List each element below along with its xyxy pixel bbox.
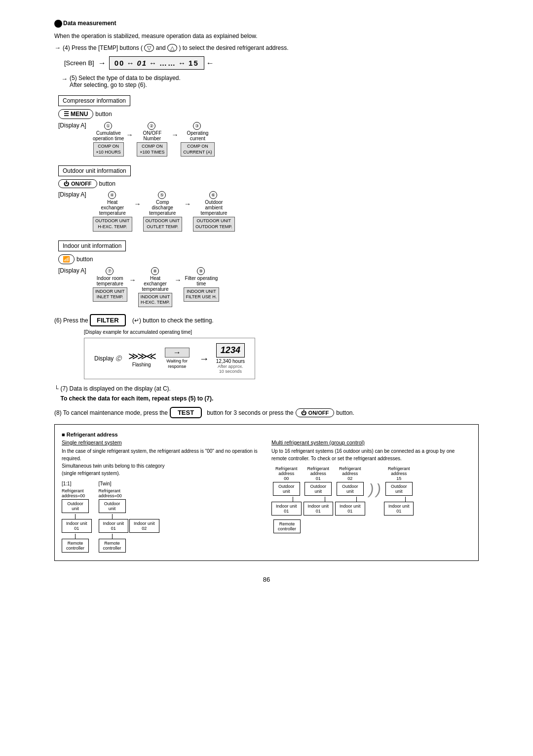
on-off-button[interactable]: ⏻ ON/OFF	[58, 179, 97, 188]
conn-02	[356, 497, 357, 502]
onoff-label-step8: ON/OFF	[308, 410, 329, 416]
indoor-display-row: [Display A] ⑦ Indoor roomtemperature IND…	[58, 267, 479, 307]
outdoor-button-text: button	[99, 180, 115, 187]
sys-twin-label: [Twin]	[99, 481, 112, 486]
step4-arrow: →	[54, 44, 61, 51]
bullet-icon	[54, 20, 62, 28]
multi-sys-15: Refrigerantaddress15 Outdoorunit Indoor …	[384, 466, 414, 517]
outdoor-00: Outdoorunit	[273, 482, 300, 496]
multi-systems: Refrigerantaddress00 Outdoorunit Indoor …	[271, 466, 471, 517]
indoor-unit-11: Indoor unit01	[62, 519, 92, 533]
filter-button[interactable]: FILTER	[90, 314, 126, 326]
comp-flow-items: ① Cumulativeoperation time COMP ON×10 HO…	[93, 122, 215, 157]
systems-row: [1:1] Refrigerantaddress=00 Outdoorunit …	[62, 481, 262, 554]
conn-15	[405, 497, 406, 502]
onoff-button-step8[interactable]: ⏻ ON/OFF	[296, 408, 335, 417]
test-button[interactable]: TEST	[170, 407, 202, 418]
addr-15: Refrigerantaddress15	[388, 466, 410, 481]
sys-11-label: [1:1]	[62, 481, 71, 486]
indoor-00: Indoor unit01	[271, 502, 302, 516]
waiting-label: Waiting forresponse	[166, 358, 188, 369]
twin-indoor-group: Indoor unit01 Indoor unit02	[99, 519, 159, 534]
outdoor-15: Outdoorunit	[385, 482, 413, 496]
step8-text2: button for 3 seconds or press the	[207, 409, 293, 416]
comp-display-label: [Display A]	[58, 122, 93, 129]
signal-icon: 📶	[63, 256, 70, 263]
compressor-display-row: [Display A] ① Cumulativeoperation time C…	[58, 122, 479, 157]
result-group: 1234 12,340 hours After approx.10 second…	[216, 343, 245, 374]
menu-icon: ☰	[64, 111, 69, 118]
multi-ref-body: Up to 16 refrigerant systems (16 outdoor…	[271, 447, 471, 462]
indoor-flow-items: ⑦ Indoor roomtemperature INDOOR UNITINLE…	[93, 267, 219, 307]
outdoor-label: Outdoor unit information	[58, 165, 131, 176]
step8-row: (8) To cancel maintenance mode, press th…	[54, 407, 479, 418]
indoor-02: Indoor unit01	[335, 502, 365, 516]
outdoor-01: Outdoorunit	[305, 482, 332, 496]
indoor-15: Indoor unit01	[384, 502, 414, 516]
multi-sys-00: Refrigerantaddress00 Outdoorunit Indoor …	[271, 466, 302, 517]
step4-text: (4) Press the [TEMP] buttons ( ▽ and △ )…	[63, 44, 289, 51]
multi-ref-title: Multi refrigerant system (group control)	[271, 439, 471, 445]
multi-sys-01: Refrigerantaddress01 Outdoorunit Indoor …	[304, 466, 334, 517]
outdoor-unit-twin: Outdoorunit	[99, 499, 126, 513]
step5-arrow: →	[61, 75, 68, 82]
step8-text3: button.	[336, 409, 354, 416]
after-label: After approx.10 seconds	[218, 364, 243, 374]
menu-btn-label: MENU	[71, 111, 88, 118]
multi-remote-group: Remotecontroller	[273, 519, 471, 534]
sys-twin-addr: Refrigerantaddress=00	[99, 488, 122, 498]
power-icon-2: ⏻	[301, 410, 306, 416]
indoor-01: Indoor unit01	[304, 502, 334, 516]
refrigerant-box: ■ Refrigerant address Single refrigerant…	[54, 424, 479, 561]
outdoor-unit-11: Outdoorunit	[62, 499, 89, 513]
outdoor-section: Outdoor unit information ⏻ ON/OFF button…	[58, 163, 479, 231]
display-example-box: Display Ⓒ ≫≫≪ Flashing → Waiting forresp…	[84, 338, 255, 379]
signal-button[interactable]: 📶	[58, 254, 75, 264]
indoor-section: Indoor unit information 📶 button [Displa…	[58, 239, 479, 307]
conn-00	[293, 497, 293, 502]
addr-01: Refrigerantaddress01	[307, 466, 330, 481]
conn-01	[325, 497, 325, 502]
single-ref-body: In the case of single refrigerant system…	[62, 447, 262, 477]
compressor-label: Compressor information	[58, 95, 130, 106]
big-arrow: →	[199, 353, 209, 364]
screen-b-display: 00 ↔ 01 ↔ …… ↔ 15	[109, 56, 204, 70]
screen-b-label: [Screen B]	[64, 59, 94, 67]
step7-bold: To check the data for each item, repeat …	[61, 395, 214, 402]
outdoor-display-row: [Display A] ④ Heat exchangertemperature …	[58, 191, 479, 231]
ref-columns: Single refrigerant system In the case of…	[62, 439, 471, 554]
flashing-text: Flashing	[132, 362, 151, 367]
step6-row: (6) Press the FILTER (↵) button to check…	[54, 314, 479, 326]
screen-b-row: [Screen B] → 00 ↔ 01 ↔ …… ↔ 15 ←	[64, 56, 479, 70]
step8-text1: (8) To cancel maintenance mode, press th…	[54, 409, 168, 416]
multi-remote: Remotecontroller	[273, 519, 301, 533]
indoor-label: Indoor unit information	[58, 240, 126, 251]
result-display: 1234	[216, 343, 245, 358]
menu-button[interactable]: ☰ MENU	[58, 109, 93, 119]
ellipsis-group: ) )	[367, 481, 382, 498]
outdoor-flow-items: ④ Heat exchangertemperature OUTDOOR UNIT…	[93, 191, 235, 231]
display-example-title: [Display example for accumulated operati…	[84, 329, 479, 335]
step6-text1: (6) Press the	[54, 317, 88, 324]
indoor-display-label: [Display A]	[58, 267, 93, 274]
on-off-btn-label: ON/OFF	[71, 181, 92, 187]
outdoor-02: Outdoorunit	[337, 482, 364, 496]
ref-title: ■ Refrigerant address	[62, 432, 471, 438]
single-ref-title: Single refrigerant system	[62, 439, 262, 445]
multi-sys-02: Refrigerantaddress02 Outdoorunit Indoor …	[335, 466, 365, 517]
waiting-box: →	[165, 348, 190, 358]
system-twin: [Twin] Refrigerantaddress=00 Outdoorunit…	[99, 481, 159, 554]
connector-11-1	[75, 514, 76, 519]
hours-label: 12,340 hours	[216, 358, 245, 364]
indoor-unit-twin-2: Indoor unit02	[129, 519, 159, 533]
step7-row: └ (7) Data is displayed on the display (…	[54, 385, 479, 404]
addr-02: Refrigerantaddress02	[339, 466, 361, 481]
connector-twin-2	[112, 534, 113, 539]
step6-text2: button to check the setting.	[143, 317, 213, 324]
disp-c-row: Display Ⓒ ≫≫≪ Flashing → Waiting forresp…	[94, 343, 245, 374]
remote-11: Remotecontroller	[62, 539, 89, 553]
step7-arrow: └	[54, 385, 59, 392]
flash-anim: ≫≫≪	[128, 350, 155, 362]
connector-11-2	[75, 534, 76, 539]
comp-button-text: button	[95, 111, 112, 118]
